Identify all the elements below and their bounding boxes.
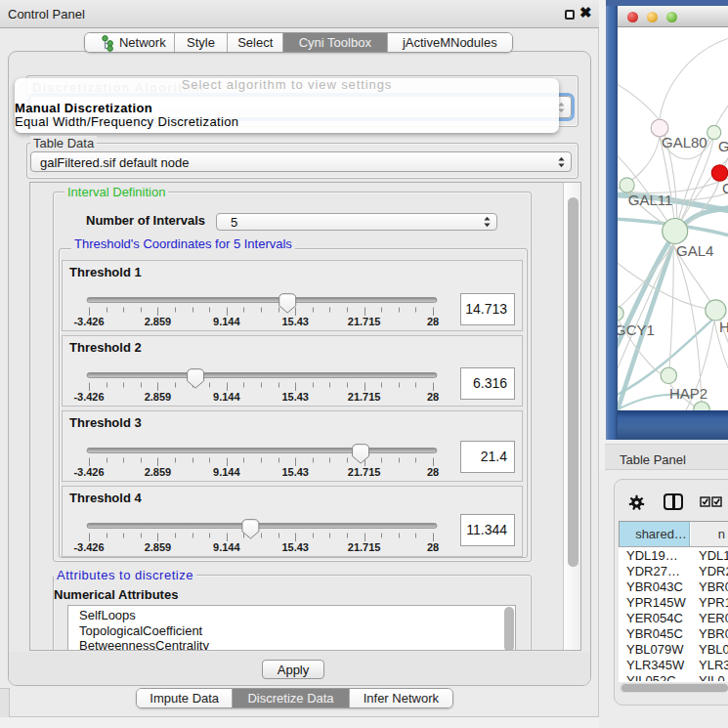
svg-text:HAP2: HAP2 (669, 385, 707, 402)
svg-text:-3.426: -3.426 (73, 316, 104, 327)
svg-text:-3.426: -3.426 (73, 465, 104, 477)
svg-text:21.715: 21.715 (348, 465, 381, 477)
svg-text:GAL4: GAL4 (676, 242, 713, 259)
svg-text:C: C (722, 180, 728, 196)
svg-text:28: 28 (427, 316, 439, 327)
svg-text:-3.426: -3.426 (73, 540, 104, 552)
svg-text:-3.426: -3.426 (73, 391, 104, 403)
svg-text:21.715: 21.715 (348, 540, 381, 552)
svg-text:2.859: 2.859 (145, 316, 172, 327)
svg-text:15.43: 15.43 (281, 391, 309, 403)
svg-text:9.144: 9.144 (213, 540, 240, 552)
svg-text:GAL11: GAL11 (628, 192, 673, 208)
svg-text:21.715: 21.715 (348, 316, 381, 327)
svg-text:2.859: 2.859 (145, 465, 172, 477)
svg-text:9.144: 9.144 (213, 316, 240, 327)
svg-text:GCY1: GCY1 (618, 321, 655, 338)
svg-text:G: G (718, 138, 728, 154)
svg-text:9.144: 9.144 (213, 391, 240, 403)
svg-text:9.144: 9.144 (213, 465, 240, 477)
svg-text:15.43: 15.43 (281, 316, 309, 327)
svg-text:GAL80: GAL80 (662, 134, 707, 150)
svg-text:H: H (719, 319, 728, 335)
svg-text:15.43: 15.43 (281, 465, 309, 477)
svg-text:2.859: 2.859 (145, 391, 172, 403)
svg-text:28: 28 (427, 465, 439, 477)
svg-text:2.859: 2.859 (145, 540, 172, 552)
svg-text:21.715: 21.715 (348, 391, 381, 403)
svg-text:28: 28 (427, 391, 439, 403)
svg-text:15.43: 15.43 (281, 540, 309, 552)
svg-text:28: 28 (427, 540, 439, 552)
